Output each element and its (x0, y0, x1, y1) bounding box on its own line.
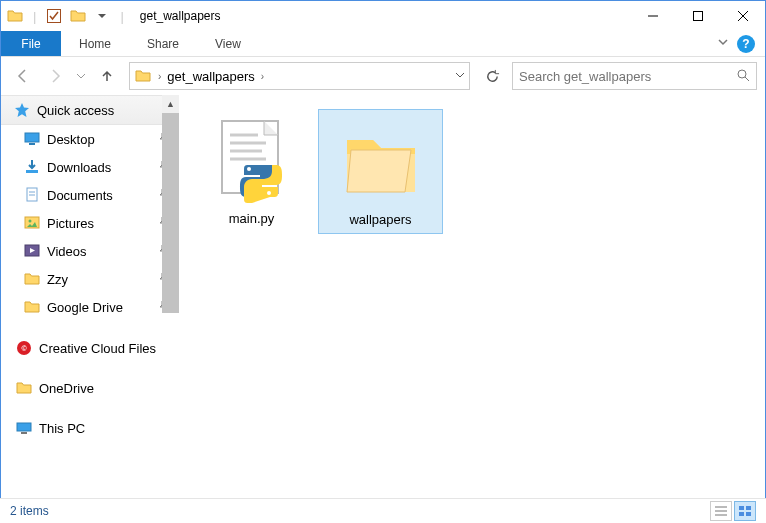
icons-view-button[interactable] (734, 501, 756, 521)
star-icon (13, 101, 31, 119)
svg-rect-9 (26, 170, 38, 173)
file-tab[interactable]: File (1, 31, 61, 56)
sidebar-item-label: Desktop (47, 132, 95, 147)
folder-icon (134, 67, 152, 85)
svg-rect-2 (693, 12, 702, 21)
scrollbar-up-icon[interactable]: ▲ (162, 95, 179, 113)
sidebar-item-videos[interactable]: Videos (1, 237, 179, 265)
file-label: main.py (229, 211, 275, 226)
scrollbar-thumb[interactable] (162, 113, 179, 313)
sidebar-item-label: OneDrive (39, 381, 94, 396)
desktop-icon (23, 130, 41, 148)
tab-home[interactable]: Home (61, 31, 129, 56)
sidebar: ▲ Quick access DesktopDownloadsDocuments… (1, 95, 179, 495)
titlebar: | | get_wallpapers (1, 1, 765, 31)
svg-point-14 (29, 220, 32, 223)
address-dropdown-icon[interactable] (455, 70, 465, 82)
file-item-main-py[interactable]: main.py (189, 109, 314, 234)
details-view-button[interactable] (710, 501, 732, 521)
chevron-right-icon[interactable]: › (261, 71, 264, 82)
svg-rect-33 (746, 512, 751, 516)
svg-line-6 (745, 77, 749, 81)
close-button[interactable] (720, 1, 765, 31)
pictures-icon (23, 214, 41, 232)
svg-rect-30 (739, 506, 744, 510)
back-button[interactable] (9, 62, 37, 90)
sidebar-group-this-pc[interactable]: This PC (1, 413, 179, 443)
folder-icon (23, 270, 41, 288)
svg-point-25 (247, 167, 251, 171)
tab-view[interactable]: View (197, 31, 259, 56)
sidebar-item-desktop[interactable]: Desktop (1, 125, 179, 153)
nav-row: › get_wallpapers › (1, 57, 765, 95)
sidebar-item-label: Google Drive (47, 300, 123, 315)
svg-rect-32 (739, 512, 744, 516)
downloads-icon (23, 158, 41, 176)
svg-rect-19 (21, 432, 27, 434)
sidebar-group-onedrive[interactable]: OneDrive (1, 373, 179, 403)
search-input[interactable] (519, 69, 736, 84)
videos-icon (23, 242, 41, 260)
ribbon-expand-icon[interactable] (717, 36, 729, 51)
sidebar-group-creative-cloud-files[interactable]: ©Creative Cloud Files (1, 333, 179, 363)
folder-small-icon[interactable] (70, 8, 86, 24)
sidebar-quick-access[interactable]: Quick access (1, 95, 179, 125)
minimize-button[interactable] (630, 1, 675, 31)
svg-rect-7 (25, 133, 39, 142)
status-text: 2 items (10, 504, 49, 518)
search-box[interactable] (512, 62, 757, 90)
separator: | (33, 9, 36, 24)
folder-icon (15, 379, 33, 397)
sidebar-item-google-drive[interactable]: Google Drive (1, 293, 179, 321)
python-file-icon (208, 117, 296, 205)
pc-icon (15, 419, 33, 437)
sidebar-item-label: Zzy (47, 272, 68, 287)
sidebar-item-label: Documents (47, 188, 113, 203)
refresh-button[interactable] (478, 62, 506, 90)
sidebar-item-documents[interactable]: Documents (1, 181, 179, 209)
svg-point-5 (738, 70, 746, 78)
file-label: wallpapers (349, 212, 411, 227)
separator: | (120, 9, 123, 24)
ribbon: File Home Share View ? (1, 31, 765, 57)
maximize-button[interactable] (675, 1, 720, 31)
svg-rect-18 (17, 423, 31, 431)
chevron-right-icon[interactable]: › (158, 71, 161, 82)
svg-rect-8 (29, 143, 35, 145)
file-list[interactable]: main.pywallpapers (179, 95, 765, 495)
checkbox-icon[interactable] (46, 8, 62, 24)
folder-icon (23, 298, 41, 316)
sidebar-item-label: This PC (39, 421, 85, 436)
sidebar-item-label: Videos (47, 244, 87, 259)
sidebar-item-label: Pictures (47, 216, 94, 231)
status-bar: 2 items (0, 498, 766, 523)
sidebar-item-pictures[interactable]: Pictures (1, 209, 179, 237)
window-title: get_wallpapers (140, 9, 221, 23)
address-bar[interactable]: › get_wallpapers › (129, 62, 470, 90)
sidebar-item-zzy[interactable]: Zzy (1, 265, 179, 293)
sidebar-item-label: Quick access (37, 103, 114, 118)
folder-icon (7, 8, 23, 24)
sidebar-item-downloads[interactable]: Downloads (1, 153, 179, 181)
documents-icon (23, 186, 41, 204)
sidebar-item-label: Creative Cloud Files (39, 341, 156, 356)
cc-icon: © (15, 339, 33, 357)
tab-share[interactable]: Share (129, 31, 197, 56)
file-item-wallpapers[interactable]: wallpapers (318, 109, 443, 234)
forward-button[interactable] (41, 62, 69, 90)
sidebar-item-label: Downloads (47, 160, 111, 175)
recent-dropdown-icon[interactable] (73, 62, 89, 90)
up-button[interactable] (93, 62, 121, 90)
address-segment[interactable]: get_wallpapers (167, 69, 254, 84)
content-area: ▲ Quick access DesktopDownloadsDocuments… (1, 95, 765, 495)
svg-text:©: © (21, 345, 27, 352)
folder-icon (337, 118, 425, 206)
svg-rect-31 (746, 506, 751, 510)
svg-point-26 (267, 191, 271, 195)
help-icon[interactable]: ? (737, 35, 755, 53)
search-icon[interactable] (736, 68, 750, 85)
dropdown-icon[interactable] (94, 8, 110, 24)
